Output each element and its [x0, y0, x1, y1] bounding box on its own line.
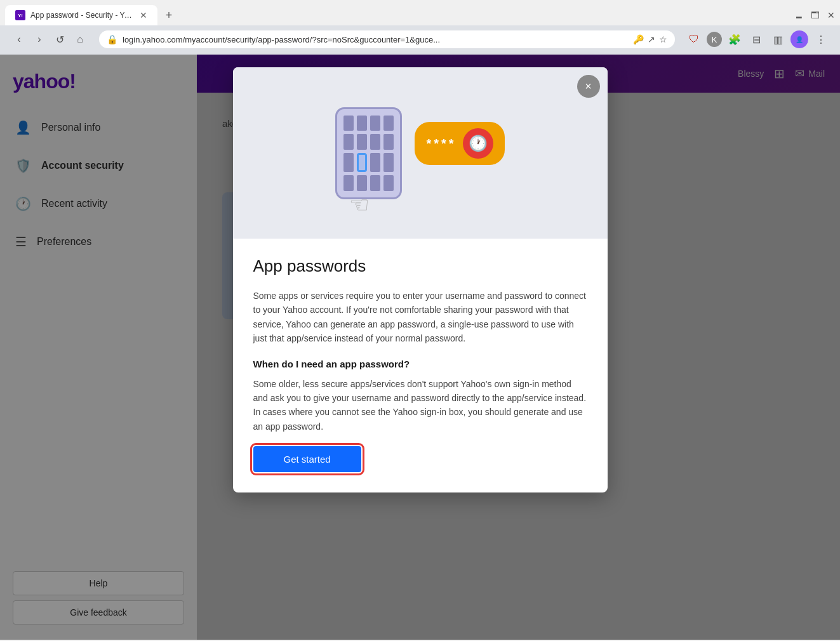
phone-cell	[370, 153, 380, 173]
reload-button[interactable]: ↺	[51, 30, 69, 48]
shield-extension-icon[interactable]: 🛡	[685, 30, 703, 48]
forward-button[interactable]: ›	[30, 30, 48, 48]
nav-buttons: ‹ › ↺ ⌂	[5, 28, 94, 51]
window-controls: 🗕 🗔 ✕	[794, 10, 835, 20]
get-started-button[interactable]: Get started	[253, 446, 361, 472]
phone-cell	[357, 116, 367, 131]
modal-overlay[interactable]: ×	[0, 55, 840, 640]
password-stars: ****	[426, 136, 456, 151]
user-avatar[interactable]: 👤	[790, 30, 808, 48]
url-display: login.yahoo.com/myaccount/security/app-p…	[123, 35, 628, 44]
puzzle-icon[interactable]: 🧩	[726, 30, 743, 48]
phone-illustration: ☞ **** 🕐	[335, 107, 504, 199]
tab-close-button[interactable]: ✕	[140, 10, 147, 20]
active-tab[interactable]: Y! App password - Security - Yahoo ✕	[5, 5, 157, 25]
modal-body: App passwords Some apps or services requ…	[233, 239, 608, 492]
phone-body: ☞	[335, 107, 402, 199]
clock-icon: 🕐	[469, 135, 488, 152]
phone-tap-cell	[357, 153, 367, 173]
modal-body-text: Some apps or services require you to ent…	[253, 289, 587, 346]
tap-hand-icon: ☞	[349, 192, 370, 218]
modal-close-button[interactable]: ×	[577, 75, 600, 98]
address-bar[interactable]: 🔒 login.yahoo.com/myaccount/security/app…	[99, 30, 675, 48]
title-bar: Y! App password - Security - Yahoo ✕ + 🗕…	[0, 0, 840, 25]
extension-k-icon[interactable]: K	[707, 32, 722, 47]
new-tab-button[interactable]: +	[160, 6, 178, 24]
modal-when-text: Some older, less secure apps/services do…	[253, 377, 587, 434]
phone-cell	[357, 134, 367, 150]
phone-cell	[343, 175, 354, 191]
phone-cell	[343, 134, 354, 150]
phone-cell	[370, 175, 380, 191]
tab-title: App password - Security - Yahoo	[30, 11, 135, 20]
phone-cell	[343, 116, 354, 131]
back-button[interactable]: ‹	[10, 30, 28, 48]
minimize-button[interactable]: 🗕	[794, 10, 803, 20]
browser-chrome: Y! App password - Security - Yahoo ✕ + 🗕…	[0, 0, 840, 55]
sidebar-icon[interactable]: ▥	[769, 30, 787, 48]
page-content: yahoo! 👤 Personal info 🛡️ Account securi…	[0, 55, 840, 640]
password-bubble: **** 🕐	[415, 122, 504, 165]
phone-cell	[383, 116, 394, 131]
close-button[interactable]: ✕	[827, 10, 835, 20]
tab-favicon: Y!	[15, 10, 25, 20]
modal-header-image: ×	[233, 67, 608, 239]
phone-cell	[383, 175, 394, 191]
phone-cell	[357, 175, 367, 191]
toolbar: 🛡 K 🧩 ⊟ ▥ 👤 ⋮	[680, 28, 835, 51]
app-passwords-modal: ×	[233, 67, 608, 492]
menu-button[interactable]: ⋮	[812, 30, 830, 48]
phone-cell	[383, 134, 394, 150]
cast-icon[interactable]: ⊟	[747, 30, 765, 48]
close-icon: ×	[585, 80, 592, 93]
clock-badge: 🕐	[463, 128, 493, 159]
modal-when-heading: When do I need an app password?	[253, 359, 587, 369]
phone-cell	[383, 153, 394, 173]
restore-button[interactable]: 🗔	[811, 10, 820, 20]
phone-cell	[370, 116, 380, 131]
phone-cell	[343, 153, 354, 173]
address-bar-icons: 🔑 ↗ ☆	[633, 34, 667, 44]
phone-grid	[335, 107, 402, 199]
phone-cell	[370, 134, 380, 150]
home-button[interactable]: ⌂	[71, 30, 89, 48]
modal-title: App passwords	[253, 256, 587, 276]
